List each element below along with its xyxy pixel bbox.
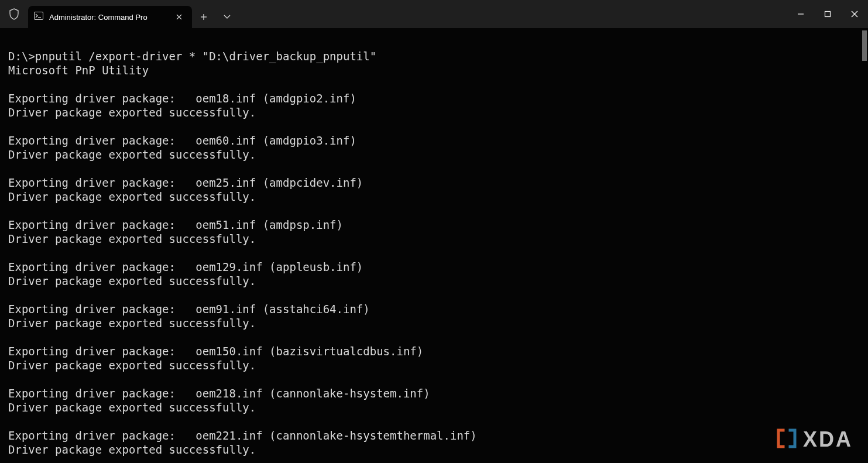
terminal-line: Driver package exported successfully. (8, 190, 860, 204)
svg-rect-0 (35, 12, 43, 20)
terminal-icon (34, 12, 43, 22)
maximize-button[interactable] (814, 0, 841, 28)
titlebar: Administrator: Command Pro (0, 0, 868, 28)
terminal-line (8, 414, 860, 428)
terminal-line: D:\>pnputil /export-driver * "D:\driver_… (8, 49, 860, 63)
terminal-line (8, 119, 860, 133)
terminal-line (8, 457, 860, 463)
terminal-line: Driver package exported successfully. (8, 443, 860, 457)
terminal-line: Exporting driver package: oem25.inf (amd… (8, 176, 860, 190)
close-icon (176, 14, 182, 20)
terminal-line: Microsoft PnP Utility (8, 63, 860, 77)
tab-close-button[interactable] (173, 11, 185, 23)
terminal-line (8, 330, 860, 344)
terminal-line: Exporting driver package: oem60.inf (amd… (8, 133, 860, 148)
close-icon (851, 11, 858, 18)
tab-active[interactable]: Administrator: Command Pro (28, 6, 192, 28)
terminal-line: Driver package exported successfully. (8, 274, 860, 288)
chevron-down-icon (224, 15, 231, 19)
minimize-icon (797, 11, 804, 18)
svg-rect-7 (825, 12, 831, 17)
new-tab-button[interactable] (192, 6, 215, 28)
terminal-line: Driver package exported successfully. (8, 400, 860, 414)
terminal-line: Exporting driver package: oem18.inf (amd… (8, 91, 860, 105)
terminal-line (8, 204, 860, 218)
terminal-line: Driver package exported successfully. (8, 232, 860, 246)
window-controls (787, 0, 868, 28)
watermark: XDA (775, 427, 853, 452)
xda-logo-icon (775, 427, 798, 452)
terminal-line: Exporting driver package: oem51.inf (amd… (8, 218, 860, 232)
terminal-line (8, 288, 860, 302)
terminal-line: Exporting driver package: oem150.inf (ba… (8, 344, 860, 358)
app-shield-icon (0, 0, 28, 28)
terminal-line: Driver package exported successfully. (8, 105, 860, 119)
close-window-button[interactable] (841, 0, 868, 28)
tab-dropdown-button[interactable] (215, 6, 239, 28)
terminal-line: Exporting driver package: oem129.inf (ap… (8, 260, 860, 274)
terminal-line (8, 162, 860, 176)
terminal-output[interactable]: D:\>pnputil /export-driver * "D:\driver_… (0, 28, 868, 463)
terminal-line (8, 372, 860, 386)
terminal-line (8, 77, 860, 91)
terminal-line (8, 246, 860, 260)
terminal-line: Driver package exported successfully. (8, 316, 860, 330)
terminal-line: Exporting driver package: oem218.inf (ca… (8, 386, 860, 400)
maximize-icon (824, 11, 831, 18)
watermark-text: XDA (803, 427, 853, 452)
tab-title: Administrator: Command Pro (49, 13, 167, 22)
scrollbar-thumb[interactable] (862, 30, 867, 61)
plus-icon (200, 13, 207, 20)
terminal-line: Exporting driver package: oem221.inf (ca… (8, 428, 860, 443)
terminal-line: Driver package exported successfully. (8, 358, 860, 372)
terminal-line: Exporting driver package: oem91.inf (ass… (8, 302, 860, 316)
minimize-button[interactable] (787, 0, 814, 28)
terminal-line: Driver package exported successfully. (8, 148, 860, 162)
